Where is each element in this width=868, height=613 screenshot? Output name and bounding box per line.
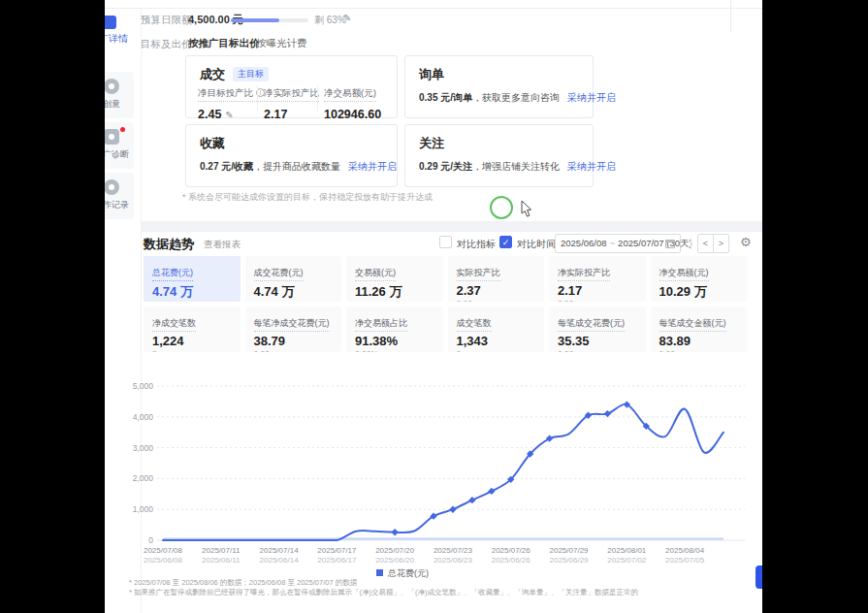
metric-label: 净交易额(元) xyxy=(659,267,709,281)
metric-label: 每笔成交花费(元) xyxy=(558,317,625,332)
metric-value: 1,343 xyxy=(457,334,536,348)
goal-card-0: 询单 0.35 元/询单，获取更多意向咨询采纳并开启 xyxy=(404,55,594,118)
goal-card-title: 询单 xyxy=(419,66,444,83)
goal-metric-1: 净实际投产比2.17 xyxy=(264,82,319,121)
compare-metric-label[interactable]: 对比指标 xyxy=(457,238,496,251)
metric-value: 91.38% xyxy=(355,334,434,348)
svg-text:2025/07/26: 2025/07/26 xyxy=(492,546,531,555)
metric-value: 4.74 万 xyxy=(152,283,232,301)
tab-divider xyxy=(248,39,249,48)
chart-legend[interactable]: 总花费(元) xyxy=(376,567,429,580)
section-separator xyxy=(141,221,762,232)
metric-card-5[interactable]: 净交易额(元) 10.29 万 0.00 xyxy=(651,256,748,302)
edit-pencil-icon[interactable]: ✎ xyxy=(225,110,233,120)
metric-value: 35.35 xyxy=(558,334,637,348)
svg-text:2025/07/05: 2025/07/05 xyxy=(665,556,705,565)
compare-time-label[interactable]: 对比时间 xyxy=(517,238,556,251)
calendar-icon[interactable] xyxy=(665,240,675,248)
metric-card-1[interactable]: 成交花费(元) 4.74 万 0.00 xyxy=(245,256,342,302)
tab-bid-by-impression[interactable]: 按曝光计费 xyxy=(256,37,307,50)
metric-label: 净成交笔数 xyxy=(152,317,196,332)
compare-time-checkbox[interactable]: ✓ xyxy=(499,236,512,248)
metric-label: 净实际投产比 xyxy=(558,267,610,281)
metric-compare-value: 0 xyxy=(457,349,536,352)
goal-footnote: * 系统会尽可能达成你设置的目标，保持稳定投放有助于提升达成 xyxy=(182,191,433,204)
metric-value: 2.17 xyxy=(558,283,637,298)
svg-text:2025/07/23: 2025/07/23 xyxy=(434,546,473,555)
metric-value: 2.37 xyxy=(457,283,536,298)
metric-card-7[interactable]: 每笔净成交花费(元) 38.79 0.00 xyxy=(245,306,342,352)
metric-card-6[interactable]: 净成交笔数 1,224 0 xyxy=(144,306,241,352)
column-divider xyxy=(257,85,258,111)
next-period-button[interactable]: > xyxy=(713,234,729,253)
trend-line-chart[interactable]: 01,0002,0003,0004,0005,0002025/07/082025… xyxy=(116,378,747,572)
metric-compare-value: 0.00% xyxy=(355,349,434,352)
adopt-enable-link[interactable]: 采纳并开启 xyxy=(567,161,616,172)
adopt-enable-link[interactable]: 采纳并开启 xyxy=(567,92,616,103)
date-range-input[interactable]: 2025/06/08~2025/07/07 (30天) xyxy=(555,234,681,253)
goal-metric-label: 净实际投产比 xyxy=(264,87,319,102)
metric-value: 83.89 xyxy=(659,334,739,348)
svg-text:3,000: 3,000 xyxy=(133,443,154,453)
notification-dot xyxy=(120,127,125,132)
metric-compare-value: 0.00 xyxy=(558,299,637,302)
goal-card-title: 成交 xyxy=(200,66,225,83)
metric-card-4[interactable]: 净实际投产比 2.17 0.00 xyxy=(549,256,646,302)
date-start: 2025/06/08 xyxy=(561,238,607,248)
svg-text:2025/06/17: 2025/06/17 xyxy=(317,556,357,565)
svg-text:2,000: 2,000 xyxy=(133,473,154,483)
metric-label: 成交花费(元) xyxy=(254,267,304,281)
gear-icon[interactable]: ⚙ xyxy=(740,235,752,249)
metric-card-9[interactable]: 成交笔数 1,343 0 xyxy=(448,306,545,352)
svg-text:2025/08/04: 2025/08/04 xyxy=(665,546,705,555)
floating-side-button[interactable] xyxy=(755,565,762,589)
svg-text:2025/06/11: 2025/06/11 xyxy=(202,556,241,565)
metric-card-8[interactable]: 净交易额占比 91.38% 0.00% xyxy=(346,306,443,352)
goal-card-title: 收藏 xyxy=(200,135,225,152)
goal-card-desc: 0.27 元/收藏，提升商品收藏数量采纳并开启 xyxy=(200,160,397,174)
goal-card-deal: 成交 主目标 净目标投产比i2.45✎净实际投产比2.17净交易额(元)1029… xyxy=(185,55,398,118)
metric-card-10[interactable]: 每笔成交花费(元) 35.35 0.00 xyxy=(549,306,646,352)
metric-card-0[interactable]: 总花费(元) 4.74 万 0.00 xyxy=(144,256,241,302)
svg-text:4,000: 4,000 xyxy=(133,412,154,422)
metric-label: 实际投产比 xyxy=(457,267,500,281)
metric-card-11[interactable]: 每笔成交金额(元) 83.89 0.00 xyxy=(651,306,748,352)
svg-text:0: 0 xyxy=(148,535,153,545)
budget-edit-pencil-icon[interactable]: ✎ xyxy=(343,13,351,23)
goal-card-desc: 0.35 元/询单，获取更多意向咨询采纳并开启 xyxy=(419,91,616,105)
loading-ring xyxy=(490,196,513,219)
metric-compare-value: 0.00 xyxy=(457,299,536,302)
goal-metric-2: 净交易额(元)102946.60 xyxy=(324,82,381,121)
legend-swatch xyxy=(376,569,383,576)
metric-card-2[interactable]: 交易额(元) 11.26 万 0.00 xyxy=(346,256,443,302)
metric-compare-value: 0.00 xyxy=(558,349,637,352)
adopt-enable-link[interactable]: 采纳并开启 xyxy=(348,161,397,172)
goal-metric-label: 净目标投产比i xyxy=(198,87,265,102)
date-separator: ~ xyxy=(610,238,616,248)
compare-metric-checkbox[interactable] xyxy=(439,236,452,248)
letterbox-left xyxy=(0,0,105,613)
prev-period-button[interactable]: < xyxy=(697,234,714,253)
letterbox-right xyxy=(762,0,868,613)
ad-dashboard: 推广详情 创意推广诊断操作记录 预算日限额: 4,500.00 元 剩 63% … xyxy=(87,0,772,613)
svg-text:2025/06/08: 2025/06/08 xyxy=(144,556,183,565)
promo-detail-icon[interactable] xyxy=(103,16,116,29)
metric-label: 每笔净成交花费(元) xyxy=(254,317,330,332)
goal-card-1: 收藏 0.27 元/收藏，提升商品收藏数量采纳并开启 xyxy=(185,124,398,187)
metric-label: 净交易额占比 xyxy=(355,317,407,332)
svg-text:2025/07/02: 2025/07/02 xyxy=(607,556,647,565)
svg-text:2025/07/29: 2025/07/29 xyxy=(550,546,590,555)
panel-edge-divider xyxy=(730,0,731,32)
view-report-link[interactable]: 查看报表 xyxy=(204,239,241,251)
budget-progressbar xyxy=(231,18,308,22)
budget-label: 预算日限额: xyxy=(141,14,194,27)
metric-label: 每笔成交金额(元) xyxy=(659,317,726,332)
svg-text:2025/06/26: 2025/06/26 xyxy=(492,556,531,565)
metric-label: 成交笔数 xyxy=(457,317,492,332)
bulb-icon xyxy=(104,79,119,94)
chart-footnote-1: * 2025/07/08 至 2025/08/06 的数据；2025/06/08… xyxy=(129,578,357,588)
metric-label: 总花费(元) xyxy=(152,267,193,281)
column-divider xyxy=(317,85,318,111)
goal-card-2: 关注 0.29 元/关注，增强店铺关注转化采纳并开启 xyxy=(404,124,594,187)
metric-card-3[interactable]: 实际投产比 2.37 0.00 xyxy=(448,256,545,302)
